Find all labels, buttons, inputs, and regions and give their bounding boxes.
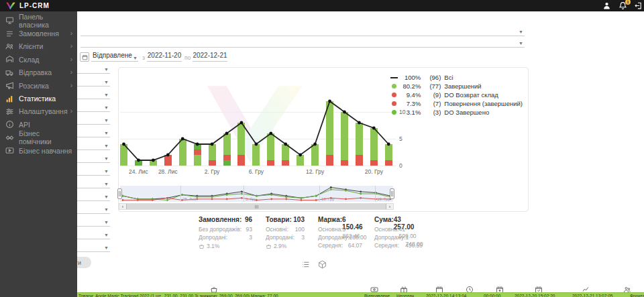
orders-icon (5, 29, 14, 38)
bar-segment-red (209, 160, 216, 166)
stat-sub-value: 64.07 (348, 242, 362, 250)
dashboard-icon (5, 16, 14, 25)
filter-select-top-2[interactable]: ▼ (80, 38, 525, 48)
stat-sub-value: 3 (249, 234, 252, 242)
x-axis-tick: 6. Гру (241, 168, 271, 175)
filter-select-top-1[interactable]: ▼ (80, 27, 525, 36)
chevron-down-icon: ▼ (104, 80, 109, 84)
legend-item[interactable]: 80.2%(77)Завершений (390, 82, 523, 91)
basket-icon (266, 243, 272, 249)
info-icon (5, 120, 14, 129)
app-logo[interactable]: LP-CRM (5, 2, 50, 10)
chevron-down-icon: ▼ (519, 29, 523, 34)
chart-card: 051024. Лис28. Лис2. Гру6. Гру12. Гру20.… (118, 67, 529, 212)
navigator-gridline (180, 186, 181, 202)
warehouse-icon (5, 55, 14, 64)
stat-sub-label: Без допродажів: (199, 226, 241, 234)
date-type-select[interactable]: Відправлене ▼ (91, 52, 138, 62)
x-axis-tick: 28. Лис (153, 168, 182, 175)
chevron-down-icon: ▼ (104, 233, 109, 237)
bar-segment-red (237, 155, 245, 166)
filter-select-left[interactable]: ▼ (74, 91, 110, 99)
chart-scrollbar[interactable]: ‹ › (119, 203, 394, 210)
navigator-left-handle[interactable] (117, 188, 122, 199)
filter-select-left[interactable]: ▼ (74, 129, 110, 137)
sidebar-item-warehouse[interactable]: Склад› (0, 53, 77, 66)
navigator-gridline (244, 186, 244, 202)
row-cell: Неоплач. (396, 294, 425, 297)
sidebar-item-settings[interactable]: Налаштування› (0, 105, 77, 118)
sidebar-item-dashboard[interactable]: Панель власника (0, 14, 77, 27)
chevron-down-icon: ▼ (104, 220, 109, 225)
bar-segment-red (341, 160, 348, 166)
legend-item[interactable]: 7.3%(7)Повернення (завершений) (390, 99, 523, 108)
date-to-input[interactable]: 2022-12-21 (193, 52, 227, 62)
chevron-right-icon: › (70, 82, 72, 89)
filter-select-left[interactable]: ▼ (74, 193, 110, 201)
sidebar-item-shipping[interactable]: Відправка› (0, 66, 77, 79)
list-view-icon[interactable] (301, 259, 310, 272)
sidebar-item-partners[interactable]: Бізнес помічники (0, 131, 77, 144)
filter-select-left[interactable]: ▼ (74, 244, 110, 252)
legend-pct: 3.1% (400, 109, 421, 116)
user-icon[interactable] (602, 1, 611, 10)
scrollbar-thumb[interactable] (126, 204, 386, 209)
bar-segment-green (252, 144, 260, 166)
bar-segment-red (194, 150, 201, 155)
date-from-input[interactable]: 2022-11-20 (147, 52, 182, 62)
stat-value: 43 257.00 (394, 216, 423, 226)
legend-item[interactable]: 9.4%(9)DO Возврат склад (390, 91, 523, 99)
legend-count: (96) (423, 74, 441, 81)
stat-sub-label: Основна: (318, 226, 343, 234)
scroll-right-icon[interactable]: › (386, 204, 393, 209)
row-cell: 2022-12-20 14:13:04 (426, 294, 482, 297)
filter-select-left[interactable]: ▼ (74, 66, 110, 74)
legend-item[interactable]: 100%(96)Всі (390, 73, 523, 82)
legend-item[interactable]: 3.1%(3)DO Завершено (390, 108, 523, 117)
bar-segment-green (223, 133, 231, 155)
filter-select-left[interactable]: ▼ (74, 219, 110, 227)
calendar-button[interactable] (80, 52, 89, 62)
filter-select-left[interactable]: ▼ (74, 117, 110, 125)
row-cell: 2022-12-20 15:02:20 (515, 294, 571, 297)
sidebar-item-training[interactable]: Бізнес навчання (0, 144, 77, 157)
stat-sub-label: Допродані: (199, 234, 227, 242)
navigator-right-handle[interactable] (390, 188, 394, 199)
legend-pct: 9.4% (400, 91, 421, 99)
filter-select-left[interactable]: ▼ (74, 168, 110, 176)
filter-select-left[interactable]: ▼ (74, 104, 110, 112)
package-view-icon[interactable] (318, 259, 327, 272)
notifications-bell-icon[interactable]: 1 (619, 1, 627, 10)
filter-select-left[interactable]: ▼ (74, 142, 110, 150)
sidebar-item-stats[interactable]: Статистика (0, 92, 77, 105)
legend-dot-marker (390, 110, 398, 115)
chevron-right-icon: › (70, 30, 72, 37)
bar-segment-red (267, 160, 274, 166)
logout-icon[interactable] (635, 1, 643, 10)
filter-select-left[interactable]: ▼ (74, 180, 110, 188)
bar-segment-green (267, 133, 274, 160)
sidebar-item-mailing[interactable]: Розсилка› (0, 79, 77, 92)
sidebar-item-orders[interactable]: Замовлення› (0, 27, 77, 40)
chevron-down-icon: ▼ (133, 56, 138, 60)
scroll-left-icon[interactable]: ‹ (119, 204, 126, 209)
navigator-gridline (375, 186, 376, 202)
table-row[interactable]: Товари: Apple Magic Trackpad 2022 (1 шт.… (77, 292, 644, 297)
stat-sub-label: Середня: (374, 242, 399, 250)
filter-select-left[interactable]: ▼ (74, 206, 110, 214)
row-cell: Відправлене (364, 294, 395, 297)
filter-select-left[interactable]: ▼ (74, 231, 110, 239)
filter-select-left[interactable]: ▼ (74, 78, 110, 86)
bar-segment-green (179, 139, 186, 166)
x-axis-tick: 12. Гру (301, 168, 330, 175)
filter-select-left[interactable]: ▼ (74, 155, 110, 163)
legend-dot-marker (390, 84, 398, 88)
range-navigator[interactable]: 28. Лис6. Гру13. Гру19. Гру (120, 186, 393, 202)
upsell-percent: 3.1% (207, 243, 219, 249)
legend-count: (9) (423, 91, 441, 99)
bar-segment-green (311, 144, 319, 166)
sidebar-item-label: Статистика (19, 95, 56, 103)
sidebar-item-clients[interactable]: Клієнти› (0, 40, 77, 53)
bar-segment-red (385, 160, 392, 166)
sidebar-item-label: Розсилка (19, 82, 49, 90)
